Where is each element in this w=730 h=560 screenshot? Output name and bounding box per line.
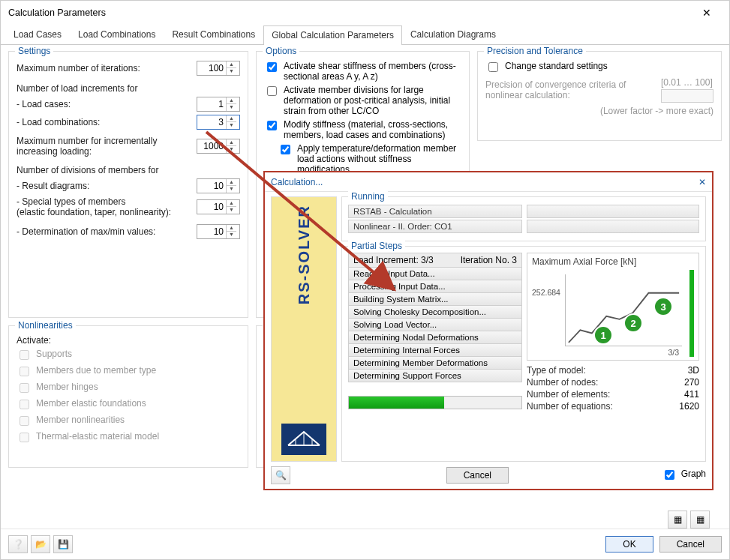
activate-label: Activate: bbox=[17, 335, 240, 346]
tab-calc-diagrams[interactable]: Calculation Diagrams bbox=[402, 25, 504, 44]
kv-model-label: Type of model: bbox=[527, 365, 688, 376]
chk-members-type: Members due to member type bbox=[17, 365, 240, 379]
step-5: Determining Nodal Deformations bbox=[348, 331, 522, 344]
tab-result-combinations[interactable]: Result Combinations bbox=[164, 25, 263, 44]
conv-hint: (Lower factor -> more exact) bbox=[600, 106, 713, 116]
step-8: Determining Support Forces bbox=[348, 370, 522, 382]
maxmin-label: - Determination of max/min values: bbox=[17, 226, 192, 237]
kv-nodes: 270 bbox=[684, 377, 699, 388]
chk-shear[interactable]: Activate shear stiffness of members (cro… bbox=[264, 61, 461, 82]
axial-x-label: 3/3 bbox=[668, 348, 679, 357]
chk-divisions[interactable]: Activate member divisions for large defo… bbox=[264, 85, 461, 116]
window-title: Calculation Parameters bbox=[8, 7, 692, 18]
options-title: Options bbox=[263, 46, 299, 56]
partial-title: Partial Steps bbox=[348, 241, 405, 251]
chk-apply-temp[interactable]: Apply temperature/deformation member loa… bbox=[278, 143, 461, 175]
load-combos-label: - Load combinations: bbox=[17, 117, 192, 127]
ring-3: 3 bbox=[653, 297, 673, 316]
max-iter-input[interactable]: ▲▼ bbox=[197, 61, 240, 76]
settings-group: Settings Maximum number of iterations: ▲… bbox=[8, 51, 248, 318]
settings-title: Settings bbox=[15, 46, 53, 56]
save-icon[interactable]: 💾 bbox=[53, 535, 73, 553]
chk-supports: Supports bbox=[17, 349, 240, 362]
progress-bar bbox=[348, 396, 522, 409]
step-1: Processing Input Data... bbox=[348, 280, 522, 293]
kv-eq: 1620 bbox=[679, 401, 699, 412]
tool-icon-1[interactable]: ▦ bbox=[668, 511, 687, 529]
incr-header: Number of load increments for bbox=[17, 83, 240, 94]
chk-change-settings[interactable]: Change standard settings bbox=[485, 61, 713, 74]
chk-thermal: Thermal-elastic material model bbox=[17, 431, 240, 445]
solver-label: RS-SOLVER bbox=[296, 205, 313, 304]
special-label: - Special types of members (elastic foun… bbox=[17, 196, 192, 218]
running-blank-1 bbox=[527, 220, 699, 233]
running-blank-0 bbox=[527, 205, 699, 218]
tabstrip: Load Cases Load Combinations Result Comb… bbox=[1, 25, 729, 45]
tool-icon-2[interactable]: ▦ bbox=[690, 511, 710, 529]
precision-group: Precision and Tolerance Change standard … bbox=[477, 51, 722, 141]
ok-button[interactable]: OK bbox=[605, 536, 653, 553]
chk-elastic-found: Member elastic foundations bbox=[17, 398, 240, 412]
incr-label: Load Increment: 3/3 bbox=[353, 255, 461, 265]
tab-load-combinations[interactable]: Load Combinations bbox=[70, 25, 164, 44]
running-row-1: Nonlinear - II. Order: CO1 bbox=[348, 220, 522, 233]
max-iter-label: Maximum number of iterations: bbox=[17, 63, 192, 73]
chk-member-hinges: Member hinges bbox=[17, 382, 240, 395]
maxmin-input[interactable]: ▲▼ bbox=[197, 224, 240, 239]
kv-eq-label: Number of equations: bbox=[527, 401, 679, 412]
help-icon[interactable]: ❔ bbox=[8, 535, 28, 553]
kv-model: 3D bbox=[688, 365, 699, 376]
solver-logo-icon bbox=[281, 424, 326, 455]
axial-y-label: 252.684 bbox=[532, 288, 560, 297]
footer: ❔ 📂 💾 OK Cancel bbox=[1, 529, 729, 559]
dlg-close-icon[interactable]: ✕ bbox=[698, 177, 706, 187]
increment-header: Load Increment: 3/3 Iteration No. 3 bbox=[348, 253, 522, 268]
solver-image: RS-SOLVER bbox=[271, 196, 337, 462]
close-icon[interactable]: ✕ bbox=[692, 7, 722, 19]
spin-down-icon[interactable]: ▼ bbox=[227, 68, 236, 75]
dlg-cancel-button[interactable]: Cancel bbox=[446, 467, 509, 484]
partial-steps-panel: Partial Steps Load Increment: 3/3 Iterat… bbox=[341, 246, 706, 462]
result-diag-label: - Result diagrams: bbox=[17, 181, 192, 191]
max-incr-input[interactable]: ▲▼ bbox=[197, 139, 240, 154]
step-2: Building System Matrix... bbox=[348, 293, 522, 306]
calc-params-window: Calculation Parameters ✕ Load Cases Load… bbox=[0, 0, 730, 560]
kv-nodes-label: Number of nodes: bbox=[527, 377, 684, 388]
axial-box: Maximum Axial Force [kN] 252.684 bbox=[527, 253, 699, 361]
running-row-0: RSTAB - Calculation bbox=[348, 205, 522, 218]
open-icon[interactable]: 📂 bbox=[31, 535, 50, 553]
tab-load-cases[interactable]: Load Cases bbox=[5, 25, 70, 44]
step-0: Reading Input Data... bbox=[348, 268, 522, 280]
dlg-titlebar: Calculation... ✕ bbox=[265, 172, 712, 192]
nonlinearities-group: Nonlinearities Activate: Supports Member… bbox=[8, 325, 248, 468]
axial-title: Maximum Axial Force [kN] bbox=[532, 256, 636, 267]
nonlin-title: Nonlinearities bbox=[15, 320, 76, 331]
chk-modify[interactable]: Modify stiffness (material, cross-sectio… bbox=[264, 119, 461, 140]
max-incr-label: Maximum number for incrementally increas… bbox=[17, 136, 192, 157]
special-input[interactable]: ▲▼ bbox=[197, 199, 240, 214]
result-tools: ▦ ▦ bbox=[477, 508, 722, 529]
calculation-dialog: Calculation... ✕ RS-SOLVER Running RSTA bbox=[263, 171, 713, 490]
conv-label: Precision of convergence criteria of non… bbox=[485, 79, 656, 101]
graph-checkbox[interactable]: Graph bbox=[662, 469, 706, 482]
conv-range: [0.01 … 100] bbox=[661, 77, 713, 88]
running-panel: Running RSTAB - Calculation Nonlinear - … bbox=[341, 196, 706, 241]
spin-up-icon[interactable]: ▲ bbox=[227, 61, 236, 68]
result-diag-input[interactable]: ▲▼ bbox=[197, 178, 240, 193]
ring-2: 2 bbox=[623, 313, 643, 333]
dlg-title: Calculation... bbox=[271, 177, 698, 187]
load-combos-input[interactable]: ▲▼ bbox=[197, 115, 240, 130]
ring-1: 1 bbox=[593, 325, 613, 345]
magnifier-icon[interactable]: 🔍 bbox=[271, 466, 290, 484]
tab-global-calc-params[interactable]: Global Calculation Parameters bbox=[263, 25, 402, 45]
step-7: Determining Member Deformations bbox=[348, 357, 522, 370]
running-title: Running bbox=[348, 191, 388, 202]
load-cases-label: - Load cases: bbox=[17, 99, 192, 109]
cancel-button[interactable]: Cancel bbox=[659, 536, 722, 553]
conv-input bbox=[661, 89, 713, 103]
iter-label: Iteration No. 3 bbox=[461, 255, 517, 265]
load-cases-input[interactable]: ▲▼ bbox=[197, 97, 240, 112]
precision-title: Precision and Tolerance bbox=[484, 46, 586, 56]
divisions-header: Number of divisions of members for bbox=[17, 165, 240, 175]
dlg-footer: 🔍 Cancel Graph bbox=[265, 462, 712, 489]
